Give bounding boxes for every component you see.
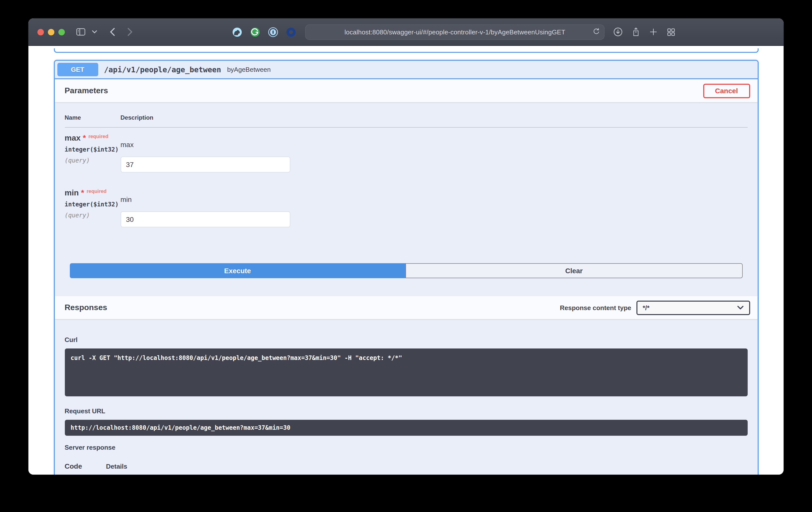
navy-ring-icon (286, 27, 296, 37)
details-column-header: Details (106, 463, 127, 470)
max-value-input[interactable] (120, 156, 290, 173)
operation-id: byAgeBetween (227, 66, 271, 73)
code-column-header: Code (65, 462, 106, 470)
minimize-window-button[interactable] (48, 29, 54, 35)
required-label: required (87, 188, 107, 194)
reload-icon (592, 27, 600, 35)
description-column-header: Description (120, 114, 747, 121)
ring-extension-button[interactable] (286, 27, 296, 37)
server-response-table-head: Code Details (65, 462, 747, 470)
grammarly-extension-button[interactable] (250, 27, 260, 37)
required-label: required (88, 133, 108, 139)
tab-grid-icon (666, 27, 676, 37)
execute-button[interactable]: Execute (69, 263, 406, 278)
sidebar-menu-button[interactable] (92, 30, 97, 34)
chevron-right-icon (127, 27, 133, 36)
parameter-row-min: min *required integer($int32) (query) mi… (65, 182, 747, 237)
required-asterisk: * (83, 133, 86, 142)
responses-header: Responses Response content type */* (55, 296, 757, 319)
execute-button-group: Execute Clear (69, 263, 743, 278)
response-content-type-select[interactable]: */* (636, 300, 750, 315)
bear-extension-button[interactable] (232, 27, 242, 37)
bear-icon (232, 27, 242, 37)
get-operation-block: GET /api/v1/people/age_between byAgeBetw… (54, 60, 758, 475)
url-text: localhost:8080/swagger-ui/#/people-contr… (344, 28, 565, 36)
responses-section: Responses Response content type */* (55, 296, 757, 475)
parameters-table-head: Name Description (65, 102, 747, 128)
previous-opblock-edge (54, 48, 758, 53)
content-type-label: Response content type (560, 304, 631, 311)
new-tab-button[interactable] (649, 27, 658, 36)
circled-one-icon (268, 27, 278, 37)
request-url-block: http://localhost:8080/api/v1/people/age_… (65, 420, 747, 436)
server-response-label: Server response (65, 444, 747, 451)
extension-buttons (232, 27, 296, 37)
parameter-row-max: max *required integer($int32) (query) ma… (65, 128, 747, 182)
operation-summary[interactable]: GET /api/v1/people/age_between byAgeBetw… (55, 61, 757, 79)
curl-label: Curl (65, 336, 747, 343)
share-icon (632, 27, 640, 37)
browser-toolbar: localhost:8080/swagger-ui/#/people-contr… (28, 19, 784, 46)
parameter-name: min *required (65, 188, 120, 198)
parameter-type: integer($int32) (65, 146, 120, 153)
name-column-header: Name (65, 114, 120, 121)
downloads-button[interactable] (613, 27, 623, 37)
close-window-button[interactable] (37, 29, 44, 35)
sidebar-icon (76, 27, 86, 36)
swagger-page: GET /api/v1/people/age_between byAgeBetw… (28, 46, 784, 475)
parameter-type: integer($int32) (65, 201, 120, 208)
http-method-badge: GET (57, 63, 98, 76)
responses-title: Responses (65, 303, 107, 312)
chevron-down-icon (737, 306, 744, 309)
desktop: localhost:8080/swagger-ui/#/people-contr… (0, 0, 812, 512)
tab-overview-button[interactable] (666, 27, 676, 37)
cancel-button[interactable]: Cancel (703, 84, 750, 98)
grammarly-icon (250, 27, 260, 37)
endpoint-path: /api/v1/people/age_between (104, 65, 221, 74)
required-asterisk: * (81, 188, 84, 197)
clear-button[interactable]: Clear (406, 263, 743, 278)
parameters-title: Parameters (65, 86, 108, 95)
download-icon (613, 27, 623, 37)
min-value-input[interactable] (120, 211, 290, 227)
address-bar[interactable]: localhost:8080/swagger-ui/#/people-contr… (305, 24, 605, 40)
plus-icon (649, 27, 658, 36)
parameter-description: min (120, 195, 747, 203)
back-button[interactable] (109, 27, 115, 36)
sidebar-toggle-button[interactable] (76, 27, 86, 36)
chevron-left-icon (109, 27, 115, 36)
request-url-label: Request URL (65, 407, 747, 415)
content-type-value: */* (643, 304, 737, 311)
reload-button[interactable] (592, 27, 600, 35)
window-controls (37, 29, 65, 35)
parameter-location: (query) (65, 157, 120, 164)
share-button[interactable] (632, 27, 640, 37)
curl-command-block: curl -X GET "http://localhost:8080/api/v… (65, 349, 747, 396)
zoom-window-button[interactable] (58, 29, 65, 35)
circled-one-extension-button[interactable] (268, 27, 278, 37)
parameter-name: max *required (65, 133, 120, 143)
parameter-description: max (120, 141, 747, 149)
parameter-location: (query) (65, 212, 120, 219)
parameters-table: Name Description max *required integer($… (55, 102, 757, 278)
forward-button[interactable] (127, 27, 133, 36)
browser-window: localhost:8080/swagger-ui/#/people-contr… (28, 19, 784, 475)
chevron-down-icon (92, 30, 97, 34)
parameters-header: Parameters Cancel (55, 79, 757, 102)
